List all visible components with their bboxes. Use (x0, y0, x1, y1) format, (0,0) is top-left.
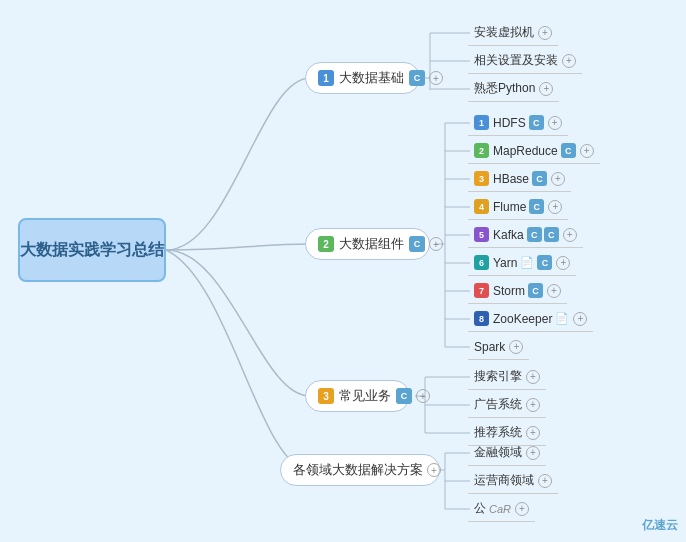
leaf-label: ZooKeeper (493, 312, 552, 326)
leaf-c-icon2: C (544, 227, 559, 242)
leaf-plus[interactable]: + (526, 398, 540, 412)
branch-node-2[interactable]: 2 大数据组件 C + (305, 228, 430, 260)
leaf-num: 8 (474, 311, 489, 326)
leaf-c-icon: C (537, 255, 552, 270)
leaf-doc-icon: 📄 (555, 312, 569, 326)
leaf-b2-1[interactable]: 1 HDFS C + (468, 110, 568, 136)
leaf-plus[interactable]: + (573, 312, 587, 326)
leaf-plus[interactable]: + (551, 172, 565, 186)
leaf-label: 相关设置及安装 (474, 52, 558, 69)
watermark: 亿速云 (642, 517, 678, 534)
leaf-label: 金融领域 (474, 444, 522, 461)
branch-plus-2[interactable]: + (429, 237, 443, 251)
leaf-label: 推荐系统 (474, 424, 522, 441)
branch-plus-1[interactable]: + (429, 71, 443, 85)
leaf-c-icon: C (527, 227, 542, 242)
leaf-plus[interactable]: + (509, 340, 523, 354)
leaf-plus[interactable]: + (580, 144, 594, 158)
leaf-b2-4[interactable]: 4 Flume C + (468, 194, 568, 220)
branch-plus-4[interactable]: + (427, 463, 441, 477)
root-label: 大数据实践学习总结 (20, 240, 164, 261)
leaf-c-icon: C (529, 115, 544, 130)
leaf-plus[interactable]: + (526, 370, 540, 384)
leaf-label: HDFS (493, 116, 526, 130)
branch-c-icon-3: C (396, 388, 412, 404)
branch-label-4: 各领域大数据解决方案 (293, 461, 423, 479)
leaf-b3-2[interactable]: 广告系统 + (468, 392, 546, 418)
leaf-num: 1 (474, 115, 489, 130)
root-node: 大数据实践学习总结 (18, 218, 166, 282)
leaf-num: 3 (474, 171, 489, 186)
branch-node-4[interactable]: 各领域大数据解决方案 + (280, 454, 440, 486)
leaf-b2-8[interactable]: 8 ZooKeeper 📄 + (468, 306, 593, 332)
leaf-label: 安装虚拟机 (474, 24, 534, 41)
leaf-label: Kafka (493, 228, 524, 242)
leaf-label: 熟悉Python (474, 80, 535, 97)
leaf-plus[interactable]: + (556, 256, 570, 270)
leaf-b4-1[interactable]: 金融领域 + (468, 440, 546, 466)
leaf-plus[interactable]: + (526, 426, 540, 440)
leaf-plus[interactable]: + (526, 446, 540, 460)
branch-c-icon-1: C (409, 70, 425, 86)
leaf-doc-icon: 📄 (520, 256, 534, 270)
mind-map: 大数据实践学习总结 1 大数据基础 C + 安装虚拟机 + 相关设置及安装 + … (0, 0, 686, 542)
leaf-num: 5 (474, 227, 489, 242)
leaf-plus[interactable]: + (548, 116, 562, 130)
leaf-plus[interactable]: + (562, 54, 576, 68)
leaf-c-icon: C (529, 199, 544, 214)
leaf-num: 6 (474, 255, 489, 270)
leaf-num: 2 (474, 143, 489, 158)
leaf-label: 公 (474, 500, 486, 517)
leaf-c-icon: C (528, 283, 543, 298)
leaf-b1-3[interactable]: 熟悉Python + (468, 76, 559, 102)
leaf-label: Spark (474, 340, 505, 354)
leaf-b3-1[interactable]: 搜索引擎 + (468, 364, 546, 390)
leaf-plus[interactable]: + (563, 228, 577, 242)
leaf-label: 搜索引擎 (474, 368, 522, 385)
leaf-label: Storm (493, 284, 525, 298)
leaf-b2-2[interactable]: 2 MapReduce C + (468, 138, 600, 164)
branch-label-2: 大数据组件 (339, 235, 404, 253)
watermark-text: 亿速云 (642, 518, 678, 532)
leaf-num: 7 (474, 283, 489, 298)
leaf-plus[interactable]: + (515, 502, 529, 516)
leaf-num: 4 (474, 199, 489, 214)
leaf-label: Yarn (493, 256, 517, 270)
branch-node-1[interactable]: 1 大数据基础 C + (305, 62, 420, 94)
leaf-c-icon: C (532, 171, 547, 186)
branch-c-icon-2: C (409, 236, 425, 252)
leaf-b2-9[interactable]: Spark + (468, 334, 529, 360)
leaf-b2-3[interactable]: 3 HBase C + (468, 166, 571, 192)
leaf-plus[interactable]: + (548, 200, 562, 214)
leaf-plus[interactable]: + (538, 474, 552, 488)
leaf-b2-7[interactable]: 7 Storm C + (468, 278, 567, 304)
leaf-label: 广告系统 (474, 396, 522, 413)
leaf-b2-5[interactable]: 5 Kafka C C + (468, 222, 583, 248)
car-text: CaR (489, 503, 511, 515)
branch-num-1: 1 (318, 70, 334, 86)
branch-label-1: 大数据基础 (339, 69, 404, 87)
leaf-label: 运营商领域 (474, 472, 534, 489)
leaf-label: MapReduce (493, 144, 558, 158)
branch-node-3[interactable]: 3 常见业务 C + (305, 380, 410, 412)
leaf-label: Flume (493, 200, 526, 214)
leaf-c-icon: C (561, 143, 576, 158)
leaf-b1-2[interactable]: 相关设置及安装 + (468, 48, 582, 74)
leaf-plus[interactable]: + (539, 82, 553, 96)
leaf-label: HBase (493, 172, 529, 186)
branch-num-3: 3 (318, 388, 334, 404)
branch-plus-3[interactable]: + (416, 389, 430, 403)
branch-label-3: 常见业务 (339, 387, 391, 405)
leaf-b2-6[interactable]: 6 Yarn 📄 C + (468, 250, 576, 276)
leaf-plus[interactable]: + (538, 26, 552, 40)
branch-num-2: 2 (318, 236, 334, 252)
leaf-b4-3[interactable]: 公 CaR + (468, 496, 535, 522)
leaf-plus[interactable]: + (547, 284, 561, 298)
leaf-b1-1[interactable]: 安装虚拟机 + (468, 20, 558, 46)
leaf-b4-2[interactable]: 运营商领域 + (468, 468, 558, 494)
